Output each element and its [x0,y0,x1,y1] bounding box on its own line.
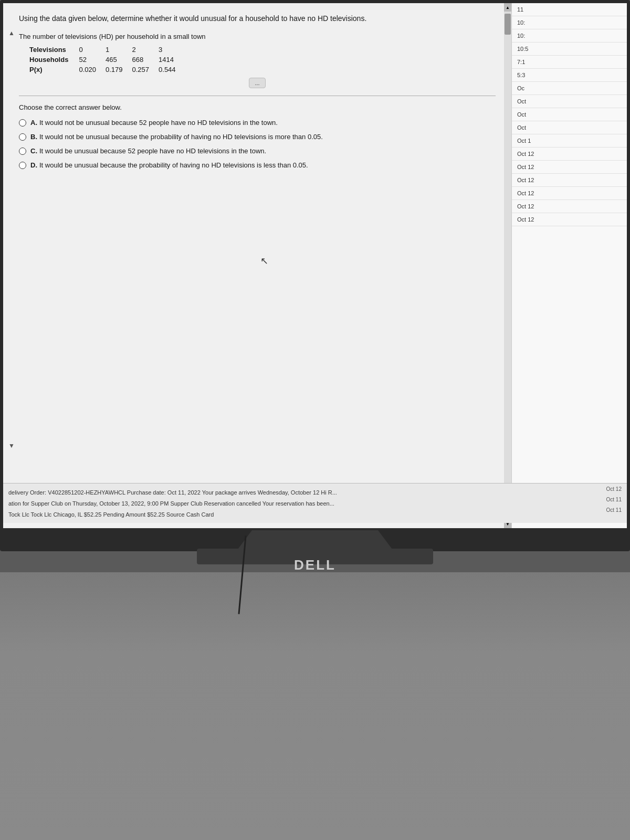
question-text: Using the data given below, determine wh… [19,14,496,24]
list-item[interactable]: 10:5 [512,43,627,56]
option-c-text: It would be unusual because 52 people ha… [39,147,266,155]
household-val-0: 52 [79,55,106,65]
notif-date-1: Oct 12 [606,486,622,492]
data-table: Televisions 0 1 2 3 Households 52 465 66… [29,45,185,75]
list-item[interactable]: 7:1 [512,56,627,69]
px-val-3: 0.544 [159,65,185,75]
list-item[interactable]: Oct 12 [512,187,627,200]
list-item[interactable]: Oct 12 [512,200,627,213]
option-b-text: It would not be unusual because the prob… [39,133,323,141]
col-header-label: Televisions [29,45,79,55]
list-item[interactable]: 5:3 [512,69,627,82]
option-a-text: It would not be unusual because 52 peopl… [39,119,278,127]
sidebar-items-list: 11 10: 10: 10:5 7:1 5:3 Oc Oct [512,3,627,528]
col-header-3: 3 [159,45,185,55]
scroll-up-arrow[interactable]: ▲ [8,29,15,37]
table-title: The number of televisions (HD) per house… [19,33,496,40]
desk-surface [0,572,630,840]
notification-supper[interactable]: ation for Supper Club on Thursday, Octob… [8,500,622,507]
main-content: ▲ Using the data given below, determine … [3,3,511,528]
choose-label: Choose the correct answer below. [19,103,496,111]
list-item[interactable]: Oct 12 [512,148,627,161]
radio-d[interactable] [19,162,26,169]
list-item[interactable]: 10: [512,29,627,43]
option-d-label: D. [30,161,37,169]
option-a[interactable]: A. It would not be unusual because 52 pe… [19,119,496,127]
list-item[interactable]: 10: [512,16,627,29]
list-item[interactable]: Oct 12 [512,161,627,174]
option-b[interactable]: B. It would not be unusual because the p… [19,133,496,141]
col-header-0: 0 [79,45,106,55]
screen: ▲ Using the data given below, determine … [3,3,627,528]
list-item[interactable]: Oct 12 [512,174,627,187]
option-d-text: It would be unusual because the probabil… [39,161,308,169]
px-val-2: 0.257 [132,65,159,75]
expand-section: ... [19,78,496,88]
scroll-thumb[interactable] [505,14,511,35]
divider [19,96,496,96]
option-c-label: C. [30,147,37,155]
option-c[interactable]: C. It would be unusual because 52 people… [19,147,496,155]
list-item[interactable]: Oct 1 [512,134,627,148]
scroll-up-btn[interactable]: ▲ [504,3,511,12]
radio-b[interactable] [19,133,26,141]
table-header-row: Televisions 0 1 2 3 [29,45,185,55]
px-val-1: 0.179 [106,65,132,75]
answer-options: A. It would not be unusual because 52 pe… [19,119,496,169]
notif-date-2: Oct 11 [606,497,622,502]
row-label-px: P(x) [29,65,79,75]
household-val-1: 465 [106,55,132,65]
radio-c[interactable] [19,148,26,155]
expand-button[interactable]: ... [249,78,265,88]
main-scrollbar: ▲ ▼ [504,3,511,528]
household-val-3: 1414 [159,55,185,65]
list-item[interactable]: 11 [512,3,627,16]
dell-logo: DELL [294,556,336,573]
col-header-1: 1 [106,45,132,55]
monitor-stand [236,530,394,551]
list-item[interactable]: Oct [512,95,627,108]
list-item[interactable]: Oct [512,121,627,134]
scroll-down-arrow[interactable]: ▼ [8,442,15,449]
notification-tock[interactable]: Tock Llc Tock Llc Chicago, IL $52.25 Pen… [8,511,622,518]
option-b-label: B. [30,133,37,141]
option-d[interactable]: D. It would be unusual because the proba… [19,161,496,169]
row-label-households: Households [29,55,79,65]
col-header-2: 2 [132,45,159,55]
table-row-px: P(x) 0.020 0.179 0.257 0.544 [29,65,185,75]
notification-delivery[interactable]: delivery Order: V4022851202-HEZHYAWHCL P… [8,489,622,496]
list-item[interactable]: Oc [512,82,627,95]
option-a-label: A. [30,119,37,127]
notif-date-3: Oct 11 [606,507,622,513]
list-item[interactable]: Oct 12 [512,213,627,226]
radio-a[interactable] [19,119,26,127]
household-val-2: 668 [132,55,159,65]
list-item[interactable]: Oct [512,108,627,121]
table-row-households: Households 52 465 668 1414 [29,55,185,65]
cursor-pointer: ↖ [260,255,268,267]
notification-bar: delivery Order: V4022851202-HEZHYAWHCL P… [3,483,627,523]
px-val-0: 0.020 [79,65,106,75]
right-sidebar: 11 10: 10: 10:5 7:1 5:3 Oc Oct [511,3,627,528]
